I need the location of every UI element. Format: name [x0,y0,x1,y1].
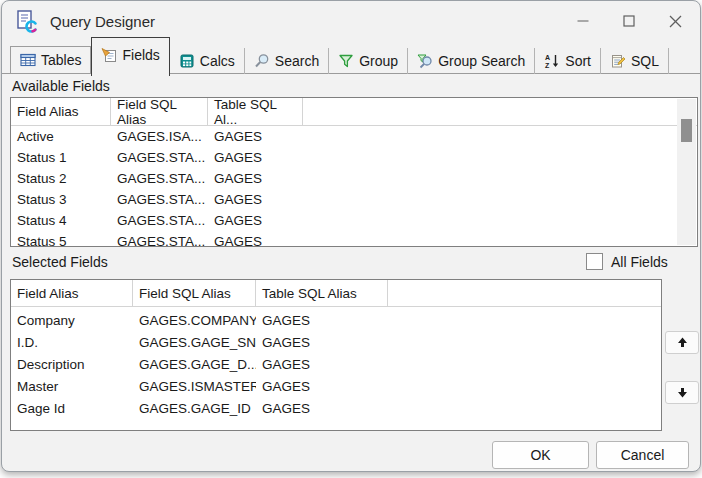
form-pointer-icon [101,47,117,63]
column-header-table-sql-alias[interactable]: Table SQL Alias [256,280,388,306]
maximize-button[interactable] [606,1,652,41]
selected-fields-label: Selected Fields [12,254,108,270]
table-row[interactable]: Description GAGES.GAGE_D... GAGES [11,353,661,375]
tab-label: Fields [122,47,159,63]
vertical-scrollbar[interactable] [677,99,696,245]
tab-strip: Tables Fields Calcs [10,43,700,76]
available-fields-header: Field Alias Field SQL Alias Table SQL Al… [11,98,697,126]
move-field-down-button[interactable] [665,381,699,404]
svg-text:Z: Z [545,62,550,69]
table-row[interactable]: Status 4 GAGES.STA... GAGES [11,210,697,231]
scrollbar-thumb[interactable] [681,119,692,142]
close-icon [669,15,682,28]
query-designer-dialog: Query Designer [1,0,701,472]
title-bar[interactable]: Query Designer [2,1,700,41]
minimize-icon [577,15,589,27]
column-header-table-sql-alias[interactable]: Table SQL Al... [208,98,303,125]
table-row[interactable]: Gage Id GAGES.GAGE_ID GAGES [11,397,661,419]
cancel-button[interactable]: Cancel [596,441,689,469]
tab-label: Tables [41,52,81,68]
maximize-icon [623,15,635,27]
tab-sort[interactable]: A Z Sort [535,48,601,74]
az-sort-icon: A Z [544,53,560,69]
ok-button[interactable]: OK [492,441,589,469]
tab-label: Search [275,53,319,69]
table-row[interactable]: I.D. GAGES.GAGE_SN GAGES [11,331,661,353]
move-field-up-button[interactable] [665,331,699,354]
minimize-button[interactable] [560,1,606,41]
filter-funnel-icon [338,53,354,69]
column-header-field-sql-alias[interactable]: Field SQL Alias [111,98,208,125]
table-row[interactable]: Company GAGES.COMPANY GAGES [11,309,661,331]
tab-calcs[interactable]: Calcs [170,48,245,74]
close-button[interactable] [652,1,698,41]
table-row[interactable]: Master GAGES.ISMASTER GAGES [11,375,661,397]
tab-fields[interactable]: Fields [91,37,169,76]
magnifier-icon [254,53,270,69]
table-row[interactable]: Active GAGES.ISA... GAGES [11,126,697,147]
window-title: Query Designer [50,13,155,30]
sql-script-icon [610,53,626,69]
svg-text:A: A [545,54,550,61]
table-row[interactable]: Status 3 GAGES.STA... GAGES [11,189,697,210]
all-fields-checkbox[interactable] [586,253,603,270]
table-row[interactable]: Status 2 GAGES.STA... GAGES [11,168,697,189]
tab-sql[interactable]: SQL [601,48,669,74]
tab-search[interactable]: Search [245,48,329,74]
column-header-field-alias[interactable]: Field Alias [11,98,111,125]
table-row[interactable]: Status 1 GAGES.STA... GAGES [11,147,697,168]
app-icon [14,8,40,34]
selected-fields-header: Field Alias Field SQL Alias Table SQL Al… [11,280,661,307]
tab-group-search[interactable]: Group Search [408,48,535,74]
tab-label: Group Search [438,53,525,69]
tab-tables[interactable]: Tables [10,46,91,74]
all-fields-checkbox-label: All Fields [611,254,668,270]
arrow-down-icon [677,387,688,398]
tab-group[interactable]: Group [329,48,408,74]
column-header-field-alias[interactable]: Field Alias [11,280,133,306]
table-grid-icon [20,52,36,68]
tab-label: Sort [565,53,591,69]
table-row[interactable]: Status 5 GAGES.STA... GAGES [11,231,697,247]
funnel-magnifier-icon [417,53,433,69]
available-fields-table: Field Alias Field SQL Alias Table SQL Al… [10,97,698,247]
selected-fields-table: Field Alias Field SQL Alias Table SQL Al… [10,279,662,431]
tab-label: Group [359,53,398,69]
column-header-field-sql-alias[interactable]: Field SQL Alias [133,280,256,306]
calculator-icon [179,53,195,69]
tab-label: SQL [631,53,659,69]
arrow-up-icon [677,337,688,348]
column-header-filler [388,280,661,306]
available-fields-label: Available Fields [12,78,110,94]
tab-label: Calcs [200,53,235,69]
column-header-filler [303,98,697,125]
